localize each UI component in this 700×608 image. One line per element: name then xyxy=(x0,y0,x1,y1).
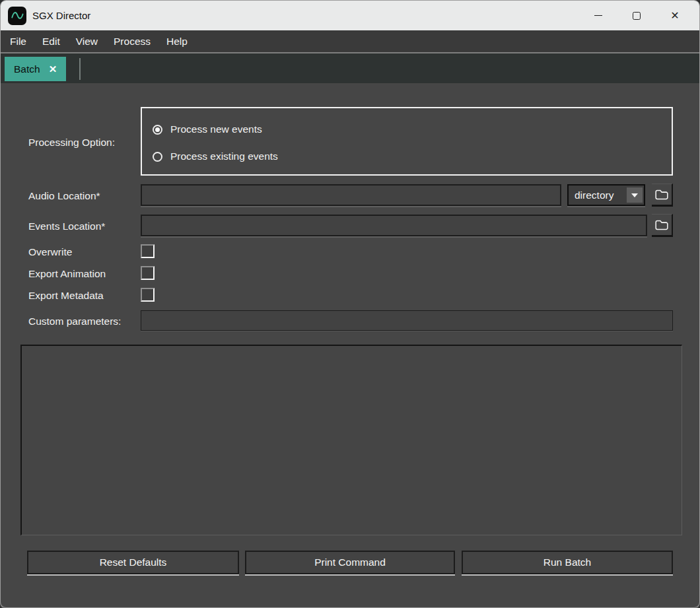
overwrite-checkbox[interactable] xyxy=(141,244,155,258)
tab-close-icon[interactable]: ✕ xyxy=(49,64,57,74)
custom-parameters-input[interactable] xyxy=(141,310,673,331)
folder-icon xyxy=(654,189,669,201)
export-animation-checkbox[interactable] xyxy=(141,266,155,280)
export-metadata-label: Export Metadata xyxy=(28,290,104,302)
processing-option-label: Processing Option: xyxy=(28,137,115,149)
menu-process[interactable]: Process xyxy=(106,30,158,52)
menu-view[interactable]: View xyxy=(68,30,106,52)
menu-bar: File Edit View Process Help xyxy=(1,30,699,52)
audio-mode-dropdown[interactable]: directory xyxy=(567,184,645,206)
folder-icon xyxy=(654,219,669,231)
tab-bar: Batch ✕ xyxy=(1,53,699,83)
minimize-button[interactable] xyxy=(579,1,617,30)
radio-label-new-events: Process new events xyxy=(170,123,262,135)
radio-row-existing-events[interactable]: Process existing events xyxy=(153,151,278,162)
events-location-label: Events Location* xyxy=(28,220,105,232)
radio-dot xyxy=(155,127,160,132)
audio-location-input[interactable] xyxy=(141,184,561,206)
audio-location-browse-button[interactable] xyxy=(652,184,673,207)
export-animation-label: Export Animation xyxy=(28,268,106,280)
dropdown-arrow-button[interactable] xyxy=(627,187,643,203)
sine-wave-icon xyxy=(9,8,25,24)
menu-file[interactable]: File xyxy=(2,30,34,52)
app-window: SGX Director ✕ File Edit View Process He… xyxy=(0,0,700,608)
title-bar: SGX Director ✕ xyxy=(1,1,699,30)
radio-label-existing-events: Process existing events xyxy=(170,151,278,162)
close-icon: ✕ xyxy=(670,11,679,21)
tab-separator xyxy=(79,58,81,80)
radio-row-new-events[interactable]: Process new events xyxy=(153,123,262,135)
maximize-button[interactable] xyxy=(617,1,656,30)
audio-mode-value: directory xyxy=(569,189,625,201)
radio-process-new-events[interactable] xyxy=(153,125,162,135)
minimize-icon xyxy=(594,15,602,17)
events-location-browse-button[interactable] xyxy=(652,214,673,237)
chevron-down-icon xyxy=(631,193,638,197)
menu-edit[interactable]: Edit xyxy=(34,30,68,52)
tab-label: Batch xyxy=(14,63,40,75)
run-batch-button[interactable]: Run Batch xyxy=(462,551,673,574)
menu-help[interactable]: Help xyxy=(158,30,195,52)
app-logo-icon xyxy=(8,7,26,25)
output-log-panel[interactable] xyxy=(20,345,682,535)
reset-defaults-button[interactable]: Reset Defaults xyxy=(27,551,239,574)
window-controls: ✕ xyxy=(579,1,699,30)
audio-location-label: Audio Location* xyxy=(28,190,100,202)
overwrite-label: Overwrite xyxy=(28,246,72,258)
events-location-input[interactable] xyxy=(141,215,647,236)
processing-option-group: Process new events Process existing even… xyxy=(141,107,673,176)
maximize-icon xyxy=(633,12,641,20)
custom-parameters-label: Custom parameters: xyxy=(28,316,121,327)
tab-batch[interactable]: Batch ✕ xyxy=(5,57,66,81)
close-button[interactable]: ✕ xyxy=(656,1,694,30)
radio-process-existing-events[interactable] xyxy=(153,152,162,162)
print-command-button[interactable]: Print Command xyxy=(245,551,455,574)
window-title: SGX Director xyxy=(32,10,90,21)
export-metadata-checkbox[interactable] xyxy=(141,288,155,302)
